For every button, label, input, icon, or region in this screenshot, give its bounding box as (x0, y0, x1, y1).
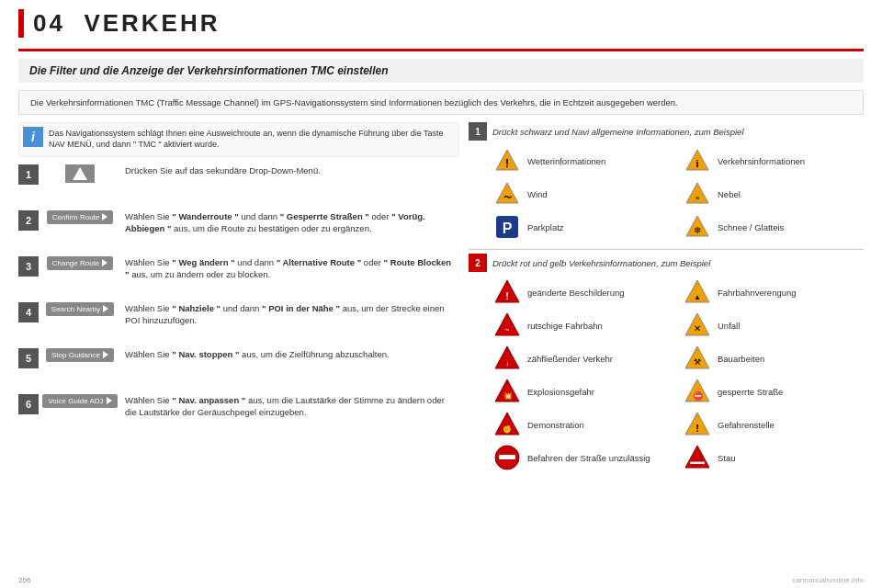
info-note-text: Das Navigationssystem schlägt Ihnen eine… (43, 127, 455, 152)
icon-item-nebel: ≡ Nebel (683, 179, 864, 209)
slippery-label: rutschige Fahrbahn (527, 321, 603, 331)
wind-label: Wind (527, 189, 548, 199)
accident-icon: ✕ (683, 311, 712, 340)
right-section-2-header: 2 Drückt rot und gelb Verkehrsinformatio… (469, 254, 864, 272)
svg-text:▲: ▲ (694, 293, 701, 301)
page-header: 04 VERKEHR (0, 0, 882, 49)
step-row-1: 1 Drücken Sie auf das sekundäre Drop-Dow… (18, 163, 459, 203)
right-section-2: 2 Drückt rot und gelb Verkehrsinformatio… (469, 254, 864, 472)
nebel-icon: ≡ (683, 179, 712, 209)
step-btn-4[interactable]: Search Nearby (46, 302, 114, 316)
step-row-5: 5 Stop Guidance Wählen Sie " Nav. stoppe… (18, 346, 459, 387)
svg-text:i: i (695, 158, 698, 169)
step-icon-2: Confirm Route (39, 209, 121, 226)
right-section-num-1: 1 (469, 122, 487, 141)
step-number-3: 3 (18, 256, 39, 277)
blocked-icon: ⛔ (683, 377, 712, 406)
icon-item-stau: ▬▬ Stau (683, 443, 864, 472)
left-column: i Das Navigationssystem schlägt Ihnen ei… (18, 122, 459, 480)
icon-item-narrow: ▲ Fahrbahnverengung (683, 277, 864, 307)
info-note-row: i Das Navigationssystem schlägt Ihnen ei… (18, 122, 459, 156)
svg-text:✕: ✕ (694, 323, 701, 334)
step-row-4: 4 Search Nearby Wählen Sie " Nahziele " … (18, 300, 459, 341)
icon-item-weather: ! Wetterinformationen (492, 146, 673, 175)
red-divider (18, 49, 864, 51)
section-heading: Die Filter und die Anzeige der Verkehrsi… (18, 59, 864, 83)
stau-label: Stau (718, 453, 736, 463)
step-icon-3: Change Route (39, 254, 121, 272)
step-row-2: 2 Confirm Route Wählen Sie " Wanderroute… (18, 209, 459, 249)
svg-text:~: ~ (504, 325, 509, 334)
weather-label: Wetterinformationen (527, 156, 605, 166)
accident-label: Unfall (718, 321, 740, 331)
noentry-label: Befahren der Straße unzulässig (527, 453, 650, 463)
svg-text:↓: ↓ (505, 359, 509, 368)
step-number-2: 2 (18, 210, 39, 231)
step-row-6: 6 Voice Guide ADJ Wählen Sie " Nav. anpa… (18, 392, 459, 433)
park-icon: P (492, 212, 522, 242)
step-row-3: 3 Change Route Wählen Sie " Weg ändern "… (18, 254, 459, 295)
step-text-3: Wählen Sie " Weg ändern " und dann " Alt… (121, 254, 459, 283)
snow-icon: ❄ (683, 212, 712, 242)
slowtraffic-icon: ↓ (492, 344, 522, 373)
icon-item-accident: ✕ Unfall (683, 311, 864, 340)
step-text-6: Wählen Sie " Nav. anpassen " aus, um die… (121, 392, 459, 421)
info-box: Die Verkehrsinformationen TMC (Traffic M… (18, 90, 864, 115)
step-btn-2[interactable]: Confirm Route (47, 210, 114, 224)
step-btn-5[interactable]: Stop Guidance (46, 348, 114, 362)
step-text-1: Drücken Sie auf das sekundäre Drop-Down-… (121, 163, 459, 178)
weather-icon: ! (492, 146, 522, 175)
danger-icon: ! (683, 410, 712, 439)
icon-item-snow: ❄ Schnee / Glatteis (683, 212, 864, 242)
verkehr-label: Verkehrsinformationen (718, 156, 805, 166)
svg-text:!: ! (695, 423, 699, 434)
svg-text:✊: ✊ (503, 424, 512, 434)
demo-label: Demonstration (527, 420, 584, 430)
icon-item-danger: ! Gefahrenstelle (683, 410, 864, 439)
page-number: 206 (18, 576, 30, 584)
slowtraffic-label: zähfließender Verkehr (527, 354, 613, 364)
svg-text:P: P (503, 220, 513, 236)
stau-icon: ▬▬ (683, 443, 712, 472)
icon-item-blocked: ⛔ gesperrte Straße (683, 377, 864, 406)
sign-label: geänderte Beschilderung (527, 288, 625, 298)
svg-text:≡: ≡ (695, 195, 699, 201)
snow-label: Schnee / Glatteis (718, 222, 784, 232)
step-icon-1 (39, 163, 121, 185)
icon-item-wind: 〜 Wind (492, 179, 673, 209)
right-section-title-2: Drückt rot und gelb Verkehrsinformatione… (492, 258, 710, 268)
nebel-label: Nebel (718, 189, 741, 199)
step-btn-6[interactable]: Voice Guide ADJ (42, 394, 117, 408)
section1-icon-grid: ! Wetterinformationen i Verkehrsinformat… (492, 146, 864, 242)
svg-text:⛔: ⛔ (693, 390, 704, 401)
danger-label: Gefahrenstelle (718, 420, 775, 430)
step-icon-6: Voice Guide ADJ (39, 392, 121, 410)
info-icon: i (23, 127, 43, 147)
step-btn-3[interactable]: Change Route (47, 256, 114, 270)
slippery-icon: ~ (492, 311, 522, 340)
svg-text:💥: 💥 (503, 390, 514, 401)
main-content: i Das Navigationssystem schlägt Ihnen ei… (18, 122, 864, 480)
park-label: Parkplatz (527, 222, 564, 232)
explosion-icon: 💥 (492, 377, 522, 406)
icon-item-demo: ✊ Demonstration (492, 410, 673, 439)
header-bar: 04 VERKEHR (18, 9, 864, 38)
svg-text:❄: ❄ (694, 225, 701, 235)
step-number-4: 4 (18, 302, 39, 322)
noentry-icon (492, 443, 522, 472)
construction-label: Bauarbeiten (718, 354, 764, 364)
explosion-label: Explosionsgefahr (527, 387, 594, 397)
step-number-6: 6 (18, 394, 39, 414)
step-icon-4: Search Nearby (39, 300, 121, 318)
step-number-5: 5 (18, 348, 39, 368)
svg-text:〜: 〜 (503, 193, 512, 202)
svg-text:▬▬: ▬▬ (690, 458, 705, 466)
blocked-label: gesperrte Straße (718, 387, 783, 397)
icon-item-explosion: 💥 Explosionsgefahr (492, 377, 673, 406)
icon-item-slowtraffic: ↓ zähfließender Verkehr (492, 344, 673, 373)
step-text-4: Wählen Sie " Nahziele " und dann " POI i… (121, 300, 459, 329)
watermark: carmanualsonline.info (792, 576, 864, 584)
right-section-title-1: Drückt schwarz und Navi allgemeine Infor… (492, 127, 744, 137)
svg-rect-33 (499, 455, 515, 459)
right-section-1-header: 1 Drückt schwarz und Navi allgemeine Inf… (469, 122, 864, 141)
